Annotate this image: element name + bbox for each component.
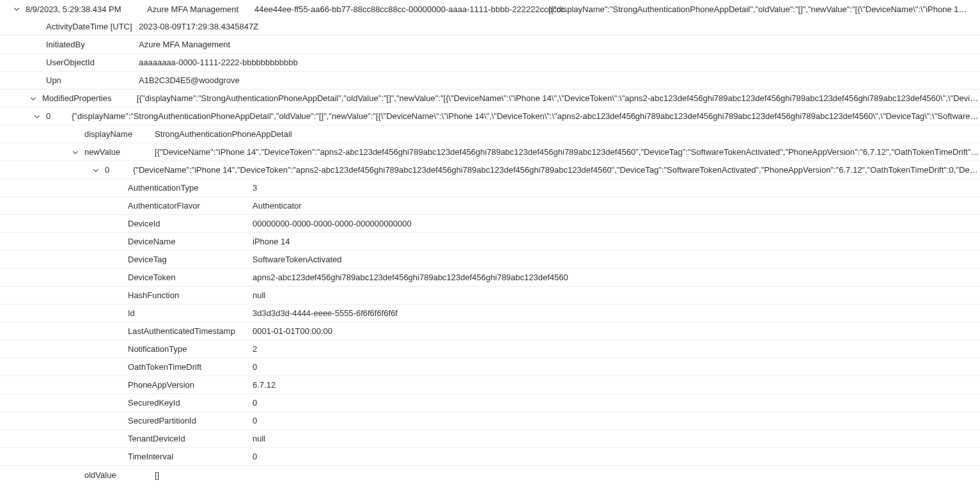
label-secured-key-id: SecuredKeyId [128,398,253,408]
field-oath-token-time-drift: OathTokenTimeDrift 0 [0,358,980,376]
field-last-auth-timestamp: LastAuthenticatedTimestamp 0001-01-01T00… [0,322,980,340]
field-phone-app-version: PhoneAppVersion 6.7.12 [0,376,980,394]
label-device-id: DeviceId [128,219,253,228]
label-phone-app-version: PhoneAppVersion [128,380,253,390]
field-user-object-id: UserObjectId aaaaaaaa-0000-1111-2222-bbb… [0,54,980,72]
value-new-value-index-0: {"DeviceName":"iPhone 14","DeviceToken":… [133,165,980,175]
label-user-object-id: UserObjectId [46,58,139,67]
value-hash-function: null [253,290,265,300]
label-notification-type: NotificationType [128,344,253,354]
field-old-value: oldValue [] [0,466,980,484]
modified-item-0[interactable]: 0 {"displayName":"StrongAuthenticationPh… [0,107,980,125]
value-authenticator-flavor: Authenticator [253,201,302,210]
value-device-token: apns2-abc123def456ghi789abc123def456ghi7… [253,273,568,282]
label-hash-function: HashFunction [128,290,253,300]
label-tenant-device-id: TenantDeviceId [128,434,253,443]
value-device-id: 00000000-0000-0000-0000-000000000000 [253,219,412,228]
value-device-name: iPhone 14 [253,237,290,246]
value-time-interval: 0 [253,452,257,461]
field-display-name: displayName StrongAuthenticationPhoneApp… [0,125,980,143]
value-modified-properties: [{"displayName":"StrongAuthenticationPho… [137,93,980,103]
value-new-value: [{"DeviceName":"iPhone 14","DeviceToken"… [155,147,980,157]
field-device-token: DeviceToken apns2-abc123def456ghi789abc1… [0,269,980,287]
field-new-value[interactable]: newValue [{"DeviceName":"iPhone 14","Dev… [0,143,980,161]
field-initiated-by: InitiatedBy Azure MFA Management [0,36,980,54]
field-upn: Upn A1B2C3D4E5@woodgrove [0,72,980,90]
chevron-down-icon[interactable] [28,93,38,104]
label-index-0: 0 [46,111,72,121]
value-activity-datetime: 2023-08-09T17:29:38.4345847Z [139,22,258,31]
value-old-value: [] [155,470,159,480]
field-hash-function: HashFunction null [0,287,980,305]
value-device-tag: SoftwareTokenActivated [253,255,341,264]
label-device-token: DeviceToken [128,273,253,282]
value-secured-key-id: 0 [253,398,257,408]
value-authentication-type: 3 [253,183,257,193]
field-time-interval: TimeInterval 0 [0,448,980,466]
label-authenticator-flavor: AuthenticatorFlavor [128,201,253,210]
label-last-auth-timestamp: LastAuthenticatedTimestamp [128,326,253,336]
label-display-name: displayName [84,129,155,139]
value-initiated-by: Azure MFA Management [139,40,230,49]
value-notification-type: 2 [253,344,257,354]
value-last-auth-timestamp: 0001-01-01T00:00:00 [253,326,332,336]
value-upn: A1B2C3D4E5@woodgrove [139,75,240,85]
label-activity-datetime: ActivityDateTime [UTC] [46,22,139,31]
chevron-down-icon[interactable] [12,4,22,14]
value-tenant-device-id: null [253,434,265,443]
field-authenticator-flavor: AuthenticatorFlavor Authenticator [0,197,980,215]
new-value-item-0[interactable]: 0 {"DeviceName":"iPhone 14","DeviceToken… [0,161,980,179]
label-initiated-by: InitiatedBy [46,40,139,49]
field-modified-properties[interactable]: ModifiedProperties [{"displayName":"Stro… [0,90,980,107]
field-id: Id 3d3d3d3d-4444-eeee-5555-6f6f6f6f6f6f [0,305,980,322]
value-secured-partition-id: 0 [253,416,257,425]
value-display-name: StrongAuthenticationPhoneAppDetail [155,129,292,139]
label-authentication-type: AuthenticationType [128,183,253,193]
label-time-interval: TimeInterval [128,452,253,461]
field-device-tag: DeviceTag SoftwareTokenActivated [0,251,980,269]
chevron-down-icon[interactable] [70,147,81,157]
chevron-down-icon[interactable] [32,111,42,122]
label-new-value-index-0: 0 [105,165,133,175]
field-activity-datetime: ActivityDateTime [UTC] 2023-08-09T17:29:… [0,18,980,36]
field-tenant-device-id: TenantDeviceId null [0,430,980,448]
field-authentication-type: AuthenticationType 3 [0,179,980,197]
log-entry-header[interactable]: 8/9/2023, 5:29:38.434 PM Azure MFA Manag… [0,0,980,18]
field-secured-partition-id: SecuredPartitionId 0 [0,412,980,430]
label-device-tag: DeviceTag [128,255,253,264]
field-notification-type: NotificationType 2 [0,340,980,358]
value-phone-app-version: 6.7.12 [253,380,276,390]
label-new-value: newValue [84,147,155,157]
chevron-down-icon[interactable] [91,165,101,175]
top-summary: [{"displayName":"StrongAuthenticationPho… [548,4,967,14]
field-secured-key-id: SecuredKeyId 0 [0,394,980,412]
label-secured-partition-id: SecuredPartitionId [128,416,253,425]
label-oath-token-time-drift: OathTokenTimeDrift [128,362,253,372]
field-device-name: DeviceName iPhone 14 [0,233,980,251]
value-index-0: {"displayName":"StrongAuthenticationPhon… [72,111,980,121]
top-correlation-id: 44ee44ee-ff55-aa66-bb77-88cc88cc88cc-000… [254,4,536,14]
value-oath-token-time-drift: 0 [253,362,257,372]
label-modified-properties: ModifiedProperties [42,93,137,103]
field-device-id: DeviceId 00000000-0000-0000-0000-0000000… [0,215,980,233]
label-id: Id [128,308,253,318]
top-service: Azure MFA Management [147,4,242,14]
label-upn: Upn [46,75,139,85]
label-old-value: oldValue [84,470,155,480]
label-device-name: DeviceName [128,237,253,246]
value-id: 3d3d3d3d-4444-eeee-5555-6f6f6f6f6f6f [253,308,398,318]
value-user-object-id: aaaaaaaa-0000-1111-2222-bbbbbbbbbbbb [139,58,298,67]
top-timestamp: 8/9/2023, 5:29:38.434 PM [26,4,134,14]
